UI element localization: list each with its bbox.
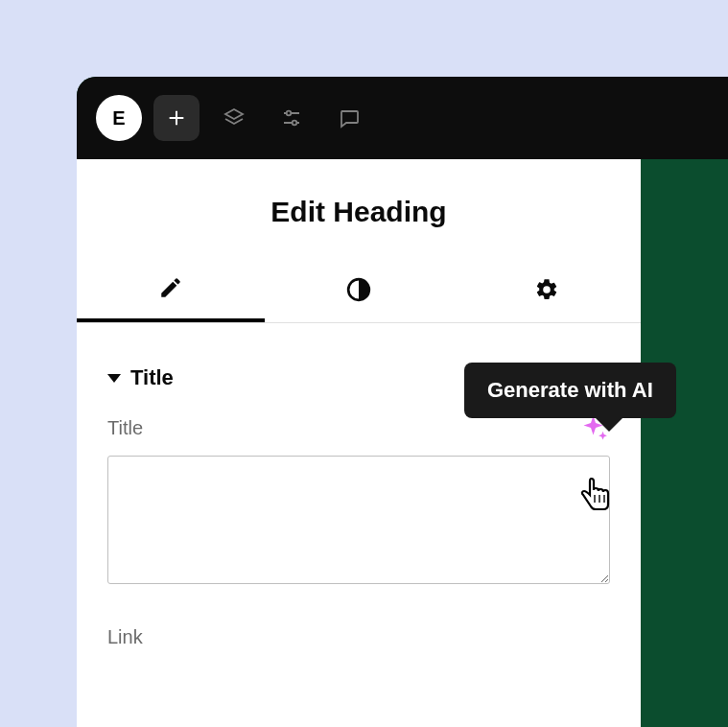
- plus-icon: [166, 107, 187, 129]
- page-settings-button[interactable]: [269, 95, 315, 141]
- sliders-icon: [280, 106, 303, 129]
- title-field-row: Title: [107, 413, 610, 456]
- section-header-label: Title: [130, 365, 174, 390]
- layers-icon: [223, 106, 246, 129]
- tab-style[interactable]: [265, 257, 453, 322]
- gear-icon: [534, 277, 559, 302]
- contrast-icon: [346, 277, 371, 302]
- panel-title: Edit Heading: [77, 159, 641, 257]
- tab-advanced[interactable]: [453, 257, 641, 322]
- ai-tooltip: Generate with AI: [464, 363, 676, 418]
- pencil-icon: [158, 275, 183, 300]
- tab-content[interactable]: [77, 257, 265, 322]
- chat-icon: [338, 106, 361, 129]
- caret-down-icon: [107, 374, 121, 383]
- logo-text: E: [112, 107, 125, 129]
- navigator-button[interactable]: [211, 95, 257, 141]
- tooltip-text: Generate with AI: [487, 378, 653, 402]
- elementor-logo[interactable]: E: [96, 95, 142, 141]
- title-label: Title: [107, 417, 143, 439]
- svg-point-4: [287, 111, 292, 116]
- add-element-button[interactable]: [153, 95, 200, 141]
- title-textarea[interactable]: [107, 456, 610, 584]
- topbar: E: [77, 77, 728, 159]
- comments-button[interactable]: [326, 95, 372, 141]
- edit-panel: Edit Heading Title: [77, 159, 641, 727]
- link-label: Link: [107, 626, 610, 648]
- svg-point-6: [293, 121, 297, 126]
- tabs: [77, 257, 641, 323]
- svg-marker-2: [225, 109, 243, 119]
